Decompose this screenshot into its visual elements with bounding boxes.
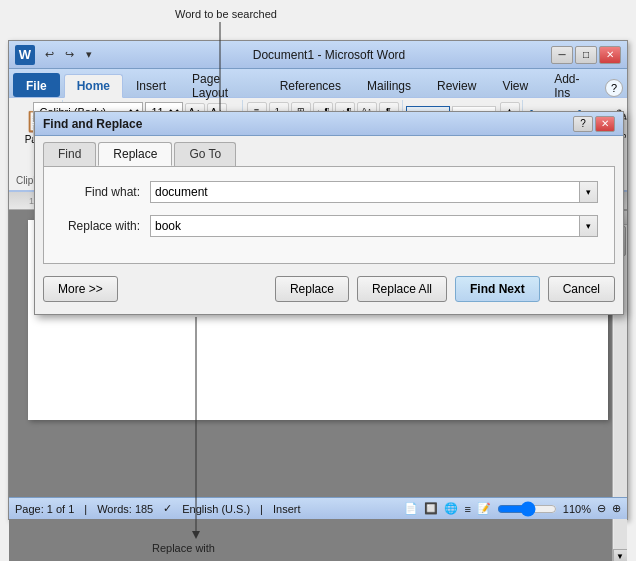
dialog-title: Find and Replace [43,117,573,131]
dialog-tab-goto[interactable]: Go To [174,142,236,166]
dialog-tabs: Find Replace Go To [35,136,623,166]
annotation-top-text: Word to be searched [175,8,277,20]
dialog-titlebar: Find and Replace ? ✕ [35,112,623,136]
replace-all-button[interactable]: Replace All [357,276,447,302]
dialog-help-button[interactable]: ? [573,116,593,132]
replace-with-row: Replace with: ▾ [60,215,598,237]
find-what-row: Find what: ▾ [60,181,598,203]
find-label: Find what: [60,185,150,199]
dialog-tab-find[interactable]: Find [43,142,96,166]
dialog-tab-replace[interactable]: Replace [98,142,172,166]
dialog-close-button[interactable]: ✕ [595,116,615,132]
find-replace-dialog: Find and Replace ? ✕ Find Replace Go To … [34,111,624,315]
dialog-overlay: Find and Replace ? ✕ Find Replace Go To … [9,41,627,519]
dialog-body: Find what: ▾ Replace with: ▾ [43,166,615,264]
cancel-button[interactable]: Cancel [548,276,615,302]
main-window: W ↩ ↪ ▾ Document1 - Microsoft Word ─ □ ✕… [8,40,628,520]
replace-input-dropdown[interactable]: ▾ [580,215,598,237]
more-button[interactable]: More >> [43,276,118,302]
replace-input[interactable] [150,215,580,237]
dialog-controls: ? ✕ [573,116,615,132]
find-input-dropdown[interactable]: ▾ [580,181,598,203]
scroll-down-button[interactable]: ▼ [613,549,628,561]
find-next-button[interactable]: Find Next [455,276,540,302]
replace-button[interactable]: Replace [275,276,349,302]
find-input[interactable] [150,181,580,203]
dialog-buttons: More >> Replace Replace All Find Next Ca… [35,272,623,314]
replace-label: Replace with: [60,219,150,233]
